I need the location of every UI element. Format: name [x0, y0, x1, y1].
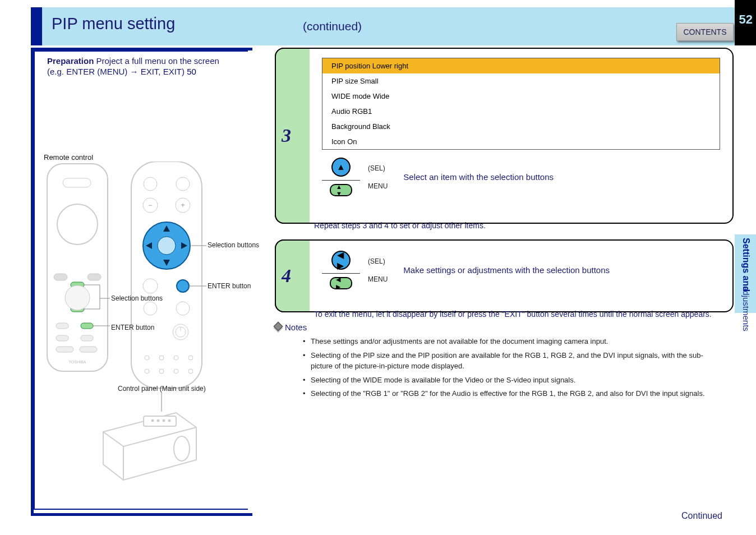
side-tab-text-2: adjustments [741, 286, 751, 331]
left-blue-stripe [31, 7, 42, 45]
callout-control-panel: Control panel (Main unit side) [118, 385, 206, 393]
notes-heading: Notes [275, 322, 307, 332]
svg-rect-2 [63, 178, 91, 187]
svg-point-31 [176, 302, 190, 315]
note-item: Selecting of the "RGB 1" or "RGB 2" for … [303, 389, 722, 399]
menu-left-right-icon: ◀ ▶ [330, 277, 352, 289]
svg-point-52 [168, 419, 171, 422]
notes-list: These settings and/or adjustments are no… [303, 336, 722, 403]
svg-rect-12 [56, 347, 73, 352]
diamond-bullet-icon [274, 322, 283, 331]
menu-label-2: MENU [368, 275, 388, 283]
osd-row-icon: Icon On [322, 134, 720, 149]
callout-selection-buttons-remote1: Selection buttons [111, 294, 163, 302]
svg-rect-15 [131, 162, 202, 388]
svg-point-28 [143, 279, 158, 293]
svg-rect-10 [56, 335, 68, 341]
continued-label[interactable]: Continued [681, 511, 722, 521]
svg-rect-11 [81, 335, 93, 341]
step3-instruction: Select an item with the selection button… [403, 172, 554, 182]
callout-enter-button-remote2: ENTER button [208, 282, 251, 290]
menu-label: MENU [368, 182, 388, 190]
svg-point-17 [176, 177, 190, 191]
side-tab-text-1: Settings and [741, 238, 751, 292]
side-tab: Settings and adjustments [735, 234, 756, 313]
step-number-4: 4 [282, 265, 291, 287]
svg-point-29 [177, 280, 189, 292]
step-card-4: 4 ◀ ▶ ◀ ▶ (SEL) MENU Make settings or ad… [275, 239, 734, 312]
svg-rect-3 [54, 274, 67, 280]
step-card-3: 3 PIP position Lower right PIP size Smal… [275, 48, 734, 224]
note-item: Selecting of the PIP size and the PIP po… [303, 350, 722, 372]
sel-button-icon-2: ◀ ▶ [331, 251, 351, 270]
svg-text:−: − [148, 201, 152, 209]
svg-point-32 [173, 324, 188, 340]
note-item: These settings and/or adjustments are no… [303, 336, 722, 347]
step-number-3: 3 [282, 125, 291, 146]
svg-text:TOSHIBA: TOSHIBA [69, 360, 86, 364]
svg-point-51 [163, 419, 165, 422]
svg-point-49 [151, 419, 154, 422]
svg-point-30 [144, 302, 157, 315]
menu-up-down-icon: ▲ ▼ [330, 184, 352, 196]
osd-menu: PIP position Lower right PIP size Small … [322, 58, 720, 150]
remote-control-heading: Remote control [44, 153, 93, 162]
osd-row-audio: Audio RGB1 [322, 104, 720, 119]
osd-row-pip-position: PIP position Lower right [322, 58, 720, 73]
svg-text:+: + [181, 201, 185, 209]
projector-illustration [92, 393, 204, 482]
page-title: PIP menu setting [52, 15, 175, 33]
osd-row-pip-size: PIP size Small [322, 73, 720, 89]
svg-point-47 [174, 436, 190, 461]
sel-button-icon: ▲ [331, 158, 351, 177]
preparation-text: Preparation Project a full menu on the s… [47, 56, 238, 77]
note-item: Selecting of the WIDE mode is available … [303, 375, 722, 386]
contents-button[interactable]: CONTENTS [676, 23, 734, 41]
instr-repeat: Repeat steps 3 and 4 to set or adjust ot… [314, 221, 486, 230]
callout-selection-buttons-remote2: Selection buttons [208, 241, 259, 249]
svg-point-7 [65, 285, 90, 310]
svg-rect-9 [56, 323, 68, 329]
svg-point-23 [158, 237, 176, 255]
svg-point-50 [157, 419, 160, 422]
osd-row-background: Background Black [322, 119, 720, 134]
step4-instruction: Make settings or adjustments with the se… [403, 265, 610, 275]
sel-label: (SEL) [368, 164, 388, 172]
svg-rect-8 [81, 323, 93, 329]
svg-rect-4 [87, 274, 101, 280]
svg-rect-0 [47, 164, 108, 371]
svg-rect-13 [80, 347, 97, 352]
preparation-heading: Preparation [47, 56, 94, 66]
sel-label-2: (SEL) [368, 257, 388, 265]
remote-controls-illustration: TOSHIBA − + [44, 162, 206, 391]
page-subtitle: (continued) [303, 20, 362, 33]
osd-row-wide-mode: WIDE mode Wide [322, 89, 720, 104]
svg-rect-48 [144, 416, 176, 426]
svg-point-1 [57, 204, 98, 245]
instr-exit: To exit the menu, let it disappear by it… [314, 310, 722, 319]
page-number: 52 [739, 12, 753, 27]
svg-point-16 [144, 177, 157, 191]
callout-enter-button-remote1: ENTER button [111, 324, 154, 331]
preparation-page-ref[interactable]: 50 [187, 67, 196, 76]
